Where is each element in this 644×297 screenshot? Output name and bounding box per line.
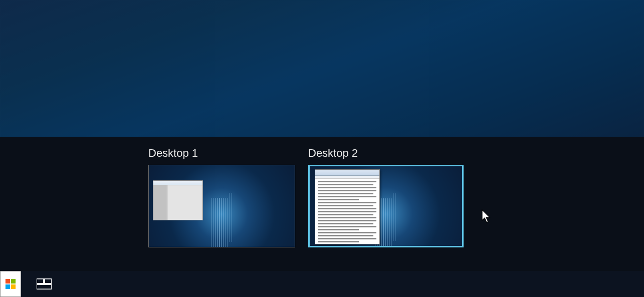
svg-rect-2 — [6, 284, 10, 289]
app-window-thumb — [153, 180, 203, 220]
task-view-icon — [37, 278, 52, 289]
svg-rect-3 — [11, 284, 16, 289]
task-view-panel: Desktop 1 Desktop 2 — [0, 137, 644, 271]
start-button[interactable] — [0, 271, 21, 297]
task-view-button[interactable] — [31, 271, 57, 297]
taskbar — [0, 271, 644, 297]
wallpaper-rays — [383, 198, 384, 246]
svg-rect-0 — [6, 279, 10, 283]
svg-rect-4 — [37, 279, 44, 283]
desktop-wallpaper — [0, 0, 644, 137]
virtual-desktop-2[interactable]: Desktop 2 — [308, 137, 464, 237]
desktop-label: Desktop 1 — [148, 137, 295, 160]
document-window-thumb — [315, 169, 380, 244]
svg-rect-6 — [37, 284, 52, 289]
wallpaper-rays — [219, 198, 220, 247]
windows-logo-icon — [5, 278, 16, 289]
virtual-desktop-1[interactable]: Desktop 1 — [148, 137, 295, 237]
svg-rect-1 — [11, 279, 16, 283]
desktop-label: Desktop 2 — [308, 137, 464, 160]
desktop-thumbnail[interactable] — [148, 165, 295, 247]
desktop-thumbnail-selected[interactable] — [308, 165, 464, 247]
svg-rect-5 — [45, 279, 52, 283]
